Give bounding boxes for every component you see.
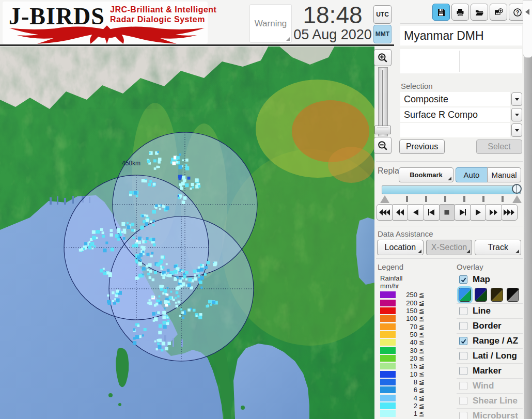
warning-button[interactable]: Warning — [249, 4, 292, 43]
rain-echo-pixel — [112, 291, 114, 294]
map-style-dark-olive[interactable] — [491, 288, 503, 302]
rain-echo-pixel — [109, 233, 113, 236]
rain-echo-pixel — [83, 248, 85, 250]
map-zoom-in-button[interactable] — [374, 49, 392, 66]
replay-manual-button[interactable]: Manual — [487, 167, 521, 182]
map-checkbox[interactable] — [459, 275, 467, 284]
select-button[interactable]: Select — [476, 139, 522, 154]
timezone-utc-button[interactable]: UTC — [373, 5, 392, 24]
legend-section-label: Legend — [378, 262, 403, 271]
replay-slider-track[interactable] — [382, 185, 521, 194]
map-style-blue-green[interactable] — [459, 288, 471, 302]
map-style-navy-darkgreen[interactable] — [475, 288, 487, 302]
slider-start-marker[interactable] — [380, 195, 389, 203]
replay-slider-handle[interactable] — [512, 184, 522, 194]
jbirds-window: 450km J-BIRDS JRC-Brilliant & Intelligen… — [0, 0, 532, 419]
annotation-input[interactable] — [400, 49, 522, 73]
line-checkbox[interactable] — [459, 307, 467, 315]
rain-echo-pixel — [196, 315, 198, 317]
map-zoom-out-button[interactable] — [374, 137, 392, 154]
marker-checkbox[interactable] — [459, 367, 467, 375]
capture-button[interactable] — [490, 4, 507, 21]
dropdown-3-arrow-button[interactable] — [511, 123, 522, 137]
dropdown-value-field[interactable]: Surface R Compo — [400, 107, 510, 122]
timezone-mmt-button[interactable]: MMT — [373, 25, 392, 43]
rain-echo-pixel — [174, 270, 177, 273]
forward-fast-button[interactable] — [502, 204, 518, 221]
legend-threshold-value: 70 — [396, 323, 417, 331]
replay-auto-button[interactable]: Auto — [456, 167, 488, 182]
rain-echo-pixel — [133, 341, 136, 345]
previous-button[interactable]: Previous — [399, 139, 445, 154]
open-button[interactable] — [471, 4, 488, 21]
rain-echo-pixel — [164, 300, 167, 304]
stop-button[interactable] — [439, 204, 455, 221]
rain-echo-pixel — [164, 307, 166, 309]
rain-echo-pixel — [160, 262, 162, 265]
rain-echo-pixel — [164, 274, 166, 276]
step-forward-button[interactable] — [455, 204, 471, 221]
slider-end-marker[interactable] — [512, 195, 522, 203]
rain-echo-pixel — [208, 300, 212, 304]
rain-echo-pixel — [177, 286, 180, 289]
dropdown-value-field[interactable]: Composite — [400, 92, 510, 106]
legend-lte-symbol: ≦ — [419, 291, 425, 299]
range-az-checkbox[interactable] — [459, 337, 467, 345]
rain-echo-pixel — [206, 305, 209, 307]
map-style-icon — [507, 288, 519, 301]
rain-echo-pixel — [154, 340, 157, 343]
dropdown-value-field[interactable] — [400, 123, 510, 137]
track-button[interactable]: Track — [475, 240, 521, 255]
rain-echo-pixel — [160, 266, 162, 268]
rain-echo-pixel — [102, 235, 105, 238]
rewind-button[interactable] — [392, 204, 408, 221]
rain-echo-pixel — [134, 191, 137, 195]
rain-echo-pixel — [152, 278, 154, 281]
play-backward-button[interactable] — [408, 204, 424, 221]
rewind-fast-button[interactable] — [377, 204, 393, 221]
lati-long-checkbox[interactable] — [459, 352, 467, 360]
rain-echo-pixel — [131, 223, 134, 226]
rain-echo-pixel — [157, 312, 160, 314]
legend-row: 4≦ — [380, 394, 428, 401]
legend-lte-symbol: ≦ — [419, 370, 425, 378]
rain-echo-pixel — [195, 178, 199, 182]
panel-resize-strip[interactable] — [524, 0, 532, 419]
legend-row: 15≦ — [380, 362, 428, 370]
dropdown-2-value: Surface R Compo — [404, 110, 478, 120]
rain-echo-pixel — [198, 274, 200, 277]
overlay-section-label: Overlay — [457, 262, 483, 271]
logo-panel: J-BIRDS JRC-Brilliant & Intelligent Rada… — [3, 2, 208, 44]
step-back-button[interactable] — [424, 204, 440, 221]
rain-echo-pixel — [149, 276, 151, 279]
rain-echo-pixel — [185, 183, 189, 187]
overlay-row-lati-long: Lati / Long — [457, 348, 523, 363]
location-button[interactable]: Location — [377, 240, 424, 255]
rain-echo-pixel — [180, 308, 182, 311]
rainfall-legend: 250≦200≦150≦100≦70≦50≦40≦30≦20≦15≦10≦8≦6… — [380, 291, 428, 418]
radar-map[interactable]: 450km — [0, 46, 374, 419]
rain-echo-pixel — [173, 162, 176, 165]
dropdown-1-arrow-button[interactable] — [511, 92, 522, 106]
map-zoom-slider-handle[interactable] — [374, 126, 391, 134]
save-button[interactable] — [432, 4, 450, 21]
bookmark-button[interactable]: Bookmark — [399, 167, 453, 182]
legend-color-swatch — [380, 402, 396, 409]
play-button[interactable] — [470, 204, 486, 221]
rain-echo-pixel — [133, 337, 136, 340]
dropdown-2-arrow-button[interactable] — [511, 108, 522, 121]
forward-button[interactable] — [486, 204, 502, 221]
rain-echo-pixel — [144, 328, 147, 331]
border-checkbox[interactable] — [459, 322, 467, 330]
overlay-item-label: Line — [473, 306, 491, 316]
collapse-left-icon[interactable] — [525, 9, 529, 15]
legend-threshold-value: 200 — [396, 299, 417, 307]
print-button[interactable] — [451, 4, 469, 21]
rain-echo-pixel — [159, 324, 162, 328]
rain-echo-pixel — [158, 331, 162, 334]
rain-echo-pixel — [139, 259, 142, 261]
x-section-button[interactable]: X-Section — [426, 240, 473, 255]
map-style-black-gray[interactable] — [507, 288, 519, 302]
menu-corner — [418, 250, 421, 253]
rain-echo-pixel — [158, 161, 161, 164]
